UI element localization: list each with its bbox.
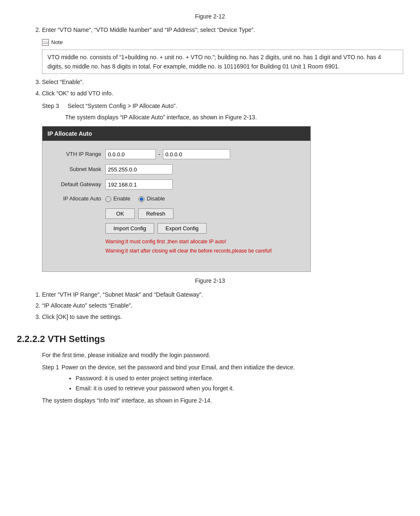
radio-disable-item[interactable]: Disable — [139, 195, 165, 203]
export-config-button[interactable]: Export Config — [158, 223, 207, 234]
step1-text: Power on the device, set the password an… — [61, 363, 295, 372]
vth-ip-range-from-input[interactable] — [105, 149, 156, 159]
fig213-item-3: Click [OK] to save the settings. — [42, 312, 403, 321]
vth-ip-range-to-input[interactable] — [163, 149, 230, 159]
radio-enable-label: Enable — [113, 195, 130, 203]
refresh-button[interactable]: Refresh — [138, 208, 173, 219]
vth-ip-range-inputs: - — [105, 149, 230, 159]
step3-text: Select “System Config > IP Allocate Auto… — [68, 101, 177, 111]
step2-list-cont: Select “Enable”. Click “OK” to add VTO i… — [42, 77, 403, 98]
step3-sub: The system displays “IP Allocate Auto” i… — [65, 114, 257, 121]
step1-bullet-list: Password: it is used to enter project se… — [76, 374, 403, 393]
panel-title: IP Allocate Auto — [47, 130, 92, 137]
step2-item-3: Select “Enable”. — [42, 77, 403, 87]
radio-enable-item[interactable]: Enable — [105, 195, 130, 203]
fig213-item-1: Enter “VTH IP Range”, “Subnet Mask” and … — [42, 290, 403, 299]
subnet-mask-row: Subnet Mask — [51, 164, 302, 174]
note-header: 📖 Note — [42, 38, 403, 47]
btn-row-1: OK Refresh — [105, 208, 302, 219]
note-icon: 📖 — [42, 39, 49, 46]
vth-ip-range-row: VTH IP Range - — [51, 149, 302, 159]
warning-1: Warning:It must config first ,then start… — [105, 238, 302, 246]
note-text: VTO middle no. consists of “1+building n… — [47, 54, 381, 70]
default-gateway-label: Default Gateway — [51, 180, 105, 189]
fig213-item-2: “IP Allocate Auto” selects “Enable”. — [42, 301, 403, 310]
radio-disable-label: Disable — [147, 195, 165, 203]
bullet-item-1: Password: it is used to enter project se… — [76, 374, 403, 383]
bullet-item-2: Email: it is used to retrieve your passw… — [76, 384, 403, 393]
note-label: Note — [51, 38, 63, 47]
step2-item-1: Enter “VTO Name”, “VTO Middle Number” an… — [42, 25, 403, 34]
step1-label: Step 1 — [42, 363, 59, 372]
step3-label: Step 3 — [42, 101, 65, 111]
step1-sub: The system displays “Info Init” interfac… — [42, 396, 403, 405]
section-222-body: For the first time, please initialize an… — [42, 350, 403, 405]
figure213-list: Enter “VTH IP Range”, “Subnet Mask” and … — [42, 290, 403, 321]
ok-button[interactable]: OK — [105, 208, 135, 219]
panel-body: VTH IP Range - Subnet Mask Default Gatew… — [42, 141, 310, 271]
radio-enable-circle[interactable] — [105, 196, 111, 202]
step2-list: Enter “VTO Name”, “VTO Middle Number” an… — [42, 25, 403, 34]
default-gateway-input[interactable] — [105, 179, 173, 190]
step3-row: Step 3 Select “System Config > IP Alloca… — [42, 101, 403, 111]
figure-213-caption: Figure 2-13 — [17, 276, 403, 285]
section-222-intro: For the first time, please initialize an… — [42, 350, 403, 360]
ip-allocate-auto-panel: IP Allocate Auto VTH IP Range - Subnet M… — [42, 126, 311, 272]
import-config-button[interactable]: Import Config — [105, 223, 154, 234]
figure-212-caption: Figure 2-12 — [17, 12, 403, 21]
subnet-mask-label: Subnet Mask — [51, 165, 105, 174]
subnet-mask-input[interactable] — [105, 164, 173, 174]
radio-disable-circle[interactable] — [139, 196, 144, 202]
panel-header: IP Allocate Auto — [42, 126, 310, 141]
vth-ip-range-label: VTH IP Range — [51, 150, 105, 159]
warning-2: Warning:it start after closing will clea… — [105, 247, 302, 255]
btn-row-2: Import Config Export Config — [105, 223, 302, 234]
section-222-heading: 2.2.2.2 VTH Settings — [17, 332, 403, 346]
ip-allocate-radio-group: Enable Disable — [105, 195, 165, 203]
range-separator: - — [158, 150, 160, 159]
step2-item-4: Click “OK” to add VTO info. — [42, 89, 403, 98]
ip-allocate-auto-row: IP Allocate Auto Enable Disable — [51, 195, 302, 203]
ip-allocate-auto-label: IP Allocate Auto — [51, 195, 105, 203]
note-box: VTO middle no. consists of “1+building n… — [42, 50, 403, 74]
default-gateway-row: Default Gateway — [51, 179, 302, 190]
